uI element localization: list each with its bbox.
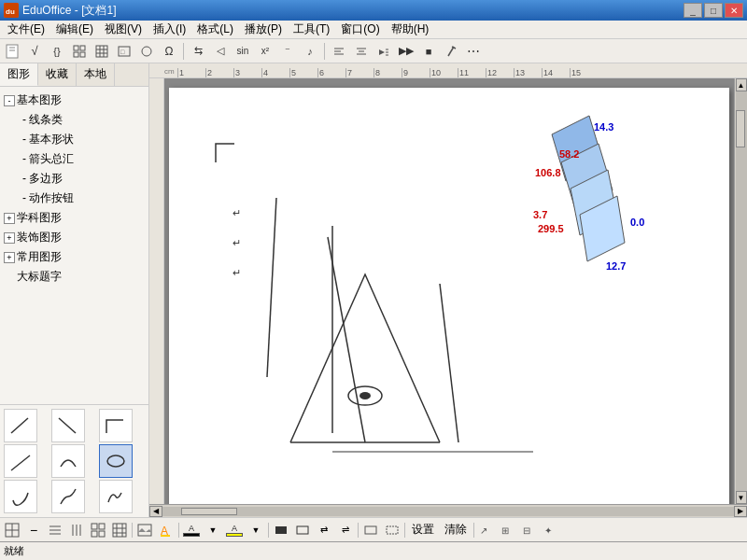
bt-grid2[interactable] [88,521,108,539]
bt-extra2[interactable]: ⊞ [498,521,518,539]
expand-subject-icon[interactable]: + [4,213,15,224]
menu-format[interactable]: 格式(L) [191,20,239,39]
menu-insert[interactable]: 插入(I) [148,20,191,39]
tb-omega[interactable]: Ω [159,41,179,62]
stroke-color-swatch[interactable] [226,533,243,537]
shape-freeform-btn[interactable] [99,480,133,513]
shape-ellipse-btn[interactable] [99,444,133,478]
tb-new[interactable] [2,41,22,62]
tree-group-basic-header[interactable]: - 基本图形 [0,91,148,110]
scroll-down-btn[interactable]: ▼ [736,491,747,504]
tree-group-title-header[interactable]: 大标题字 [0,267,148,287]
expand-common-icon[interactable]: + [4,252,15,263]
scrollbar-vertical[interactable]: ▲ ▼ [734,78,747,504]
tree-item-polygon[interactable]: 多边形 [0,169,148,189]
canvas-page[interactable]: ↵ ↵ ↵ [169,88,729,504]
tree-group-deco-header[interactable]: + 装饰图形 [0,228,148,247]
bt-extra1[interactable]: ↗ [476,521,497,539]
bt-rect2[interactable] [292,521,313,539]
shape-arc-btn[interactable] [51,444,85,478]
tb-table[interactable] [92,41,112,62]
bt-clear[interactable]: 清除 [440,521,472,539]
bt-empty2[interactable] [382,521,402,539]
tb-play[interactable]: ▶▶ [396,41,416,62]
bt-col[interactable] [66,521,87,539]
bt-table2[interactable] [109,521,130,539]
tb-pen[interactable] [441,41,461,62]
tb-circle[interactable] [136,41,157,62]
shape-diag-btn[interactable] [4,409,37,442]
bt-img[interactable] [134,521,155,539]
tree-group-subject-header[interactable]: + 学科图形 [0,208,148,228]
tb-arrow[interactable]: ⇆ [188,41,208,62]
scrollbar-horizontal[interactable]: ◀ ▶ [149,504,747,517]
tree-item-shapes[interactable]: 基本形状 [0,130,148,149]
shape-openArc-btn[interactable] [4,480,37,513]
tree-item-lines[interactable]: 线条类 [0,110,148,130]
menu-edit[interactable]: 编辑(E) [50,20,99,39]
tb-indent[interactable] [374,41,394,62]
tb-minus[interactable]: ⁻ [277,41,298,62]
expand-basic-icon[interactable]: - [4,95,15,106]
tab-shapes[interactable]: 图形 [0,63,38,86]
tree-item-action[interactable]: 动作按钮 [0,189,148,208]
fill-color-swatch[interactable] [183,533,200,537]
tb-sound[interactable]: ♪ [300,41,320,62]
tab-favorites[interactable]: 收藏 [38,63,77,86]
shape-bent-btn[interactable] [99,409,133,442]
h-scroll-thumb[interactable] [181,508,237,515]
menu-play[interactable]: 播放(P) [239,20,288,39]
fill-color-picker[interactable]: A [181,524,202,537]
tb-align-left[interactable] [329,41,349,62]
menu-view[interactable]: 视图(V) [99,20,148,39]
shape-diag2-btn[interactable] [51,409,85,442]
bt-extra3[interactable]: ⊟ [519,521,540,539]
expand-deco-icon[interactable]: + [4,232,15,244]
bt-grid1[interactable] [2,521,22,539]
tb-sin[interactable]: sin [233,41,253,62]
menu-window[interactable]: 窗口(O) [335,20,385,39]
menu-file[interactable]: 文件(E) [2,20,50,39]
scroll-up-btn[interactable]: ▲ [736,78,747,91]
fill-dropdown[interactable]: ▼ [203,521,223,539]
scroll-right-btn[interactable]: ▶ [734,506,747,517]
tb-braces[interactable]: {} [47,41,67,62]
tree-group-common-header[interactable]: + 常用图形 [0,247,148,267]
tb-image[interactable]: □ [114,41,134,62]
stroke-color-picker[interactable]: A [224,524,245,537]
canvas-scroll[interactable]: ↵ ↵ ↵ [164,78,734,504]
bt-arrows[interactable]: ⇄ [314,521,334,539]
bt-rect1[interactable] [271,521,291,539]
bt-settings[interactable]: 设置 [407,521,439,539]
tree-group-subject: + 学科图形 [0,208,148,228]
tb-left[interactable]: ◁ [210,41,231,62]
stroke-dropdown[interactable]: ▼ [246,521,266,539]
ruler-mark: 9 [402,68,430,77]
tb-stop[interactable]: ■ [418,41,439,62]
bt-bars[interactable] [45,521,65,539]
bt-paint[interactable]: A [156,521,176,539]
bt-minus1[interactable]: − [23,521,44,539]
scroll-thumb[interactable] [736,110,745,147]
bt-extra4[interactable]: ✦ [541,521,561,539]
tab-local[interactable]: 本地 [77,63,115,86]
tb-grid[interactable] [69,41,90,62]
menu-help[interactable]: 帮助(H) [386,20,435,39]
tb-exp[interactable]: x² [255,41,275,62]
scroll-left-btn[interactable]: ◀ [149,506,162,517]
menu-tools[interactable]: 工具(T) [288,20,335,39]
close-button[interactable]: ✕ [725,3,743,18]
scroll-track[interactable] [736,91,747,491]
h-scroll-track[interactable] [162,507,734,516]
minimize-button[interactable]: _ [684,3,702,18]
tb-sqrt[interactable]: √ [24,41,45,62]
tb-align-center[interactable] [351,41,372,62]
bt-arrows2[interactable]: ⇌ [335,521,356,539]
tree-item-arrows[interactable]: 箭头总汇 [0,149,148,169]
tb-more[interactable]: ⋯ [463,41,484,62]
bt-empty1[interactable] [360,521,381,539]
shape-scurve-btn[interactable] [51,480,85,513]
maximize-button[interactable]: □ [704,3,723,18]
title-controls[interactable]: _ □ ✕ [684,3,743,18]
shape-line-btn[interactable] [4,444,37,478]
